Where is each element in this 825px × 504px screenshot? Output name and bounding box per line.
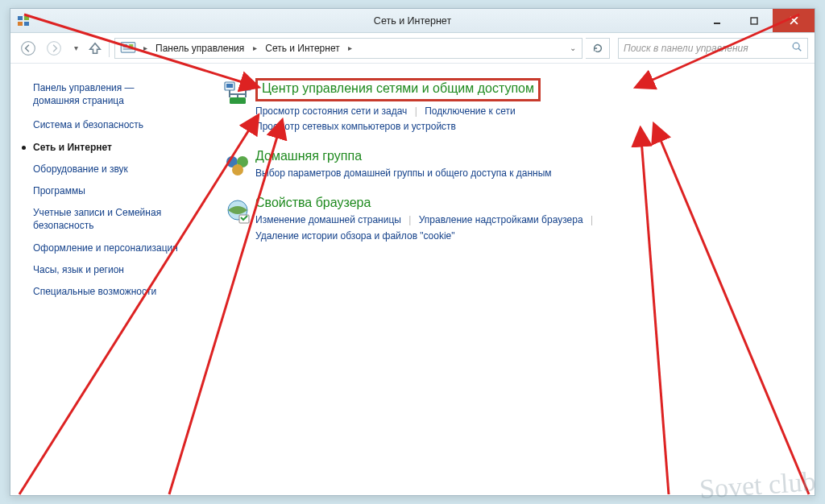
control-panel-icon xyxy=(120,40,136,56)
sidebar-item-network-internet[interactable]: Сеть и Интернет xyxy=(33,141,204,154)
window-title: Сеть и Интернет xyxy=(10,15,815,27)
svg-point-25 xyxy=(232,164,243,176)
content-area: Панель управления — домашняя страница Си… xyxy=(10,64,815,495)
chevron-right-icon[interactable]: ▸ xyxy=(345,43,356,52)
breadcrumb-control-panel[interactable]: Панель управления xyxy=(151,39,249,58)
section-homegroup: Домашняя группа Выбор параметров домашне… xyxy=(220,149,798,181)
sidebar-item-appearance[interactable]: Оформление и персонализация xyxy=(33,242,204,254)
link-delete-history[interactable]: Удаление истории обзора и файлов "cookie… xyxy=(255,230,455,242)
refresh-button[interactable] xyxy=(586,38,610,59)
minimize-button[interactable] xyxy=(699,9,736,32)
svg-rect-18 xyxy=(230,97,246,104)
breadcrumb[interactable]: ▸ Панель управления ▸ Сеть и Интернет ▸ … xyxy=(114,38,582,59)
search-icon[interactable] xyxy=(791,41,802,55)
back-button[interactable] xyxy=(17,37,39,60)
browser-options-title[interactable]: Свойства браузера xyxy=(255,196,371,210)
network-center-icon xyxy=(220,78,255,134)
svg-rect-0 xyxy=(18,16,23,20)
sidebar-item-system-security[interactable]: Система и безопасность xyxy=(33,118,204,131)
link-view-network-status[interactable]: Просмотр состояния сети и задач xyxy=(255,105,407,117)
section-browser-options: Свойства браузера Изменение домашней стр… xyxy=(220,196,798,243)
network-center-title[interactable]: Центр управления сетями и общим доступом xyxy=(255,78,541,101)
svg-rect-2 xyxy=(18,22,23,26)
sidebar-item-accessibility[interactable]: Специальные возможности xyxy=(33,285,204,298)
link-homegroup-settings[interactable]: Выбор параметров домашней группы и общег… xyxy=(255,167,552,179)
svg-line-13 xyxy=(798,48,801,51)
svg-point-6 xyxy=(22,41,35,55)
chevron-right-icon[interactable]: ▸ xyxy=(249,43,260,52)
control-panel-home-link[interactable]: Панель управления — домашняя страница xyxy=(33,81,204,107)
svg-rect-5 xyxy=(751,18,757,24)
separator xyxy=(109,39,110,57)
sidebar-item-hardware-sound[interactable]: Оборудование и звук xyxy=(33,163,204,176)
up-button[interactable] xyxy=(86,37,104,60)
svg-rect-16 xyxy=(226,84,233,88)
homegroup-icon xyxy=(220,149,255,181)
homegroup-title[interactable]: Домашняя группа xyxy=(255,149,362,163)
svg-rect-3 xyxy=(24,22,29,26)
svg-rect-17 xyxy=(243,84,249,88)
svg-point-7 xyxy=(48,41,61,55)
address-bar: ▾ ▸ Панель управления ▸ Сеть и Интернет … xyxy=(10,33,815,64)
address-dropdown[interactable]: ⌄ xyxy=(566,43,580,52)
link-connect-network[interactable]: Подключение к сети xyxy=(425,105,515,117)
search-box[interactable] xyxy=(618,38,808,59)
sidebar-item-programs[interactable]: Программы xyxy=(33,184,204,197)
chevron-right-icon[interactable]: ▸ xyxy=(139,43,151,52)
sidebar: Панель управления — домашняя страница Си… xyxy=(10,64,212,495)
main-panel: Центр управления сетями и общим доступом… xyxy=(212,64,815,495)
svg-point-12 xyxy=(793,43,799,49)
titlebar: Сеть и Интернет xyxy=(10,9,815,33)
close-button[interactable] xyxy=(773,9,815,32)
history-dropdown[interactable]: ▾ xyxy=(68,43,83,52)
section-network-center: Центр управления сетями и общим доступом… xyxy=(220,78,798,134)
window-icon xyxy=(17,14,30,27)
internet-options-icon xyxy=(220,196,255,243)
svg-rect-9 xyxy=(123,44,127,48)
sidebar-item-user-accounts[interactable]: Учетные записи и Семейная безопасность xyxy=(33,206,204,232)
link-manage-addons[interactable]: Управление надстройками браузера xyxy=(419,214,583,225)
forward-button[interactable] xyxy=(43,37,65,60)
svg-rect-4 xyxy=(714,23,720,24)
svg-rect-10 xyxy=(129,44,133,48)
breadcrumb-network-internet[interactable]: Сеть и Интернет xyxy=(260,39,344,58)
maximize-button[interactable] xyxy=(736,9,773,32)
window-controls xyxy=(699,9,815,32)
sidebar-item-clock-language[interactable]: Часы, язык и регион xyxy=(33,263,204,276)
link-view-network-computers[interactable]: Просмотр сетевых компьютеров и устройств xyxy=(255,121,456,132)
window: Сеть и Интернет ▾ xyxy=(10,8,815,496)
svg-rect-1 xyxy=(24,16,29,20)
link-change-homepage[interactable]: Изменение домашней страницы xyxy=(255,214,401,225)
search-input[interactable] xyxy=(624,43,791,54)
svg-rect-11 xyxy=(123,48,134,50)
